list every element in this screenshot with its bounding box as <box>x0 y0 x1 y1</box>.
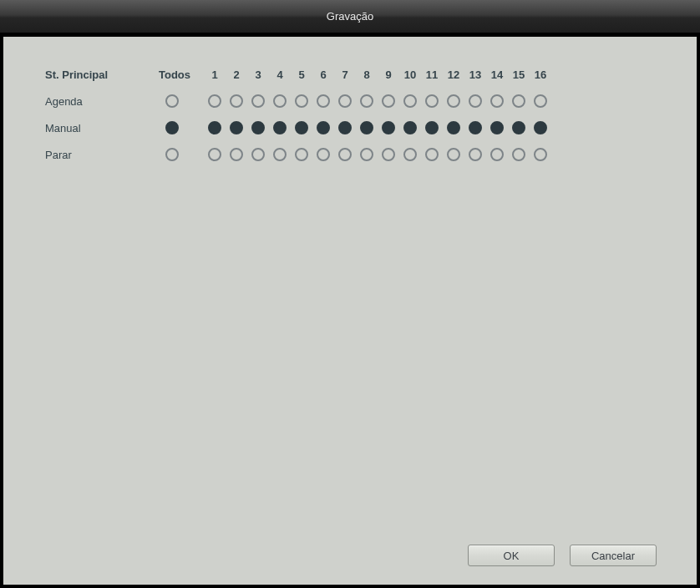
cell-agenda-ch1 <box>204 94 226 108</box>
cell-agenda-ch14 <box>486 94 508 108</box>
radio-manual-ch14[interactable] <box>490 121 504 134</box>
cell-agenda-ch8 <box>356 94 378 108</box>
cell-agenda-ch11 <box>421 94 443 108</box>
radio-agenda-ch2[interactable] <box>230 94 243 108</box>
cell-parar-todos <box>154 148 204 161</box>
cell-manual-ch7 <box>334 121 356 134</box>
row-label-agenda: Agenda <box>45 95 154 108</box>
cell-agenda-ch5 <box>291 94 312 108</box>
radio-agenda-ch9[interactable] <box>382 94 395 108</box>
radio-agenda-ch16[interactable] <box>534 94 547 108</box>
radio-manual-ch4[interactable] <box>273 121 287 134</box>
cell-manual-ch15 <box>508 121 530 134</box>
cell-parar-ch8 <box>356 148 378 161</box>
radio-manual-ch5[interactable] <box>295 121 308 134</box>
header-channel-6: 6 <box>312 68 334 81</box>
cell-agenda-ch2 <box>226 94 247 108</box>
footer-buttons: OK Cancelar <box>468 545 657 566</box>
radio-parar-ch8[interactable] <box>360 148 373 161</box>
header-channel-16: 16 <box>530 68 551 81</box>
radio-manual-ch7[interactable] <box>338 121 352 134</box>
recording-window: Gravação St. PrincipalTodos1234567891011… <box>0 0 700 588</box>
radio-manual-ch11[interactable] <box>425 121 439 134</box>
cell-manual-ch8 <box>356 121 378 134</box>
cell-agenda-ch12 <box>443 94 464 108</box>
cell-manual-ch11 <box>421 121 443 134</box>
radio-parar-ch7[interactable] <box>338 148 352 161</box>
radio-parar-ch6[interactable] <box>317 148 330 161</box>
cell-parar-ch3 <box>247 148 269 161</box>
radio-manual-todos[interactable] <box>165 121 179 134</box>
cell-agenda-ch6 <box>312 94 334 108</box>
radio-parar-ch16[interactable] <box>534 148 547 161</box>
radio-manual-ch2[interactable] <box>230 121 243 134</box>
radio-agenda-todos[interactable] <box>165 94 179 108</box>
radio-manual-ch12[interactable] <box>447 121 460 134</box>
radio-parar-ch5[interactable] <box>295 148 308 161</box>
radio-parar-ch13[interactable] <box>469 148 482 161</box>
header-channel-13: 13 <box>464 68 486 81</box>
radio-agenda-ch3[interactable] <box>251 94 265 108</box>
cell-parar-ch13 <box>464 148 486 161</box>
recording-grid: St. PrincipalTodos1234567891011121314151… <box>45 68 655 161</box>
radio-manual-ch9[interactable] <box>382 121 395 134</box>
radio-agenda-ch11[interactable] <box>425 94 439 108</box>
header-channel-8: 8 <box>356 68 378 81</box>
cell-manual-ch13 <box>464 121 486 134</box>
row-label-parar: Parar <box>45 149 154 161</box>
cell-parar-ch6 <box>312 148 334 161</box>
radio-agenda-ch14[interactable] <box>490 94 504 108</box>
radio-parar-ch15[interactable] <box>512 148 525 161</box>
cell-parar-ch16 <box>530 148 551 161</box>
radio-parar-ch11[interactable] <box>425 148 439 161</box>
radio-parar-todos[interactable] <box>165 148 179 161</box>
radio-agenda-ch15[interactable] <box>512 94 525 108</box>
radio-agenda-ch13[interactable] <box>469 94 482 108</box>
radio-manual-ch13[interactable] <box>469 121 482 134</box>
radio-parar-ch14[interactable] <box>490 148 504 161</box>
radio-parar-ch12[interactable] <box>447 148 460 161</box>
cell-parar-ch14 <box>486 148 508 161</box>
cell-manual-ch14 <box>486 121 508 134</box>
header-todos: Todos <box>154 68 204 81</box>
radio-agenda-ch1[interactable] <box>208 94 221 108</box>
radio-agenda-ch5[interactable] <box>295 94 308 108</box>
radio-agenda-ch6[interactable] <box>317 94 330 108</box>
cancel-button[interactable]: Cancelar <box>570 545 657 566</box>
radio-parar-ch2[interactable] <box>230 148 243 161</box>
radio-manual-ch3[interactable] <box>251 121 265 134</box>
radio-agenda-ch4[interactable] <box>273 94 287 108</box>
radio-agenda-ch10[interactable] <box>403 94 417 108</box>
cell-agenda-ch9 <box>378 94 399 108</box>
ok-button[interactable]: OK <box>468 545 555 566</box>
cell-parar-ch11 <box>421 148 443 161</box>
header-channel-15: 15 <box>508 68 530 81</box>
header-channel-3: 3 <box>247 68 269 81</box>
cell-parar-ch7 <box>334 148 356 161</box>
radio-agenda-ch8[interactable] <box>360 94 373 108</box>
cancel-button-label: Cancelar <box>591 550 635 562</box>
header-channel-5: 5 <box>291 68 312 81</box>
radio-agenda-ch12[interactable] <box>447 94 460 108</box>
cell-manual-ch12 <box>443 121 464 134</box>
radio-parar-ch3[interactable] <box>251 148 265 161</box>
radio-parar-ch9[interactable] <box>382 148 395 161</box>
radio-manual-ch8[interactable] <box>360 121 373 134</box>
cell-agenda-todos <box>154 94 204 108</box>
header-channel-11: 11 <box>421 68 443 81</box>
radio-manual-ch1[interactable] <box>208 121 221 134</box>
radio-manual-ch15[interactable] <box>512 121 525 134</box>
radio-parar-ch4[interactable] <box>273 148 287 161</box>
cell-parar-ch4 <box>269 148 291 161</box>
cell-agenda-ch4 <box>269 94 291 108</box>
cell-agenda-ch7 <box>334 94 356 108</box>
radio-agenda-ch7[interactable] <box>338 94 352 108</box>
radio-manual-ch16[interactable] <box>534 121 547 134</box>
radio-parar-ch1[interactable] <box>208 148 221 161</box>
radio-manual-ch10[interactable] <box>403 121 417 134</box>
cell-parar-ch12 <box>443 148 464 161</box>
radio-parar-ch10[interactable] <box>403 148 417 161</box>
radio-manual-ch6[interactable] <box>317 121 330 134</box>
cell-agenda-ch13 <box>464 94 486 108</box>
header-channel-12: 12 <box>443 68 464 81</box>
